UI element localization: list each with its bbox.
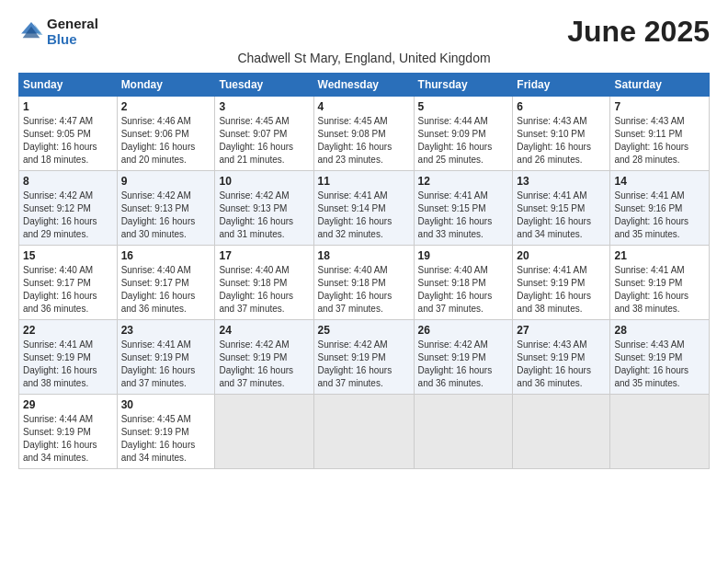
- calendar-cell: 9Sunrise: 4:42 AM Sunset: 9:13 PM Daylig…: [117, 171, 215, 246]
- day-info: Sunrise: 4:42 AM Sunset: 9:19 PM Dayligh…: [418, 339, 509, 390]
- calendar-cell: 28Sunrise: 4:43 AM Sunset: 9:19 PM Dayli…: [610, 320, 710, 395]
- calendar-cell: 26Sunrise: 4:42 AM Sunset: 9:19 PM Dayli…: [414, 320, 513, 395]
- day-info: Sunrise: 4:40 AM Sunset: 9:18 PM Dayligh…: [418, 264, 509, 316]
- dow-header: Tuesday: [215, 74, 313, 97]
- day-info: Sunrise: 4:41 AM Sunset: 9:15 PM Dayligh…: [418, 190, 509, 241]
- calendar-cell: 3Sunrise: 4:45 AM Sunset: 9:07 PM Daylig…: [215, 97, 313, 171]
- day-number: 9: [121, 175, 211, 188]
- calendar-cell: 20Sunrise: 4:41 AM Sunset: 9:19 PM Dayli…: [513, 246, 610, 320]
- day-number: 16: [121, 249, 211, 262]
- subtitle: Chadwell St Mary, England, United Kingdo…: [18, 51, 710, 65]
- logo: General Blue: [18, 17, 98, 47]
- day-number: 29: [23, 398, 113, 411]
- calendar-cell: 19Sunrise: 4:40 AM Sunset: 9:18 PM Dayli…: [414, 246, 513, 320]
- day-number: 30: [121, 398, 211, 411]
- day-info: Sunrise: 4:41 AM Sunset: 9:14 PM Dayligh…: [318, 190, 410, 241]
- day-info: Sunrise: 4:42 AM Sunset: 9:13 PM Dayligh…: [121, 190, 211, 241]
- day-number: 13: [517, 175, 606, 188]
- day-number: 23: [121, 324, 211, 337]
- day-number: 24: [219, 324, 309, 337]
- calendar-cell: 16Sunrise: 4:40 AM Sunset: 9:17 PM Dayli…: [117, 246, 215, 320]
- dow-header: Monday: [117, 74, 215, 97]
- day-info: Sunrise: 4:41 AM Sunset: 9:19 PM Dayligh…: [614, 264, 705, 316]
- day-info: Sunrise: 4:44 AM Sunset: 9:19 PM Dayligh…: [23, 413, 113, 465]
- calendar-cell: 10Sunrise: 4:42 AM Sunset: 9:13 PM Dayli…: [215, 171, 313, 246]
- calendar-cell: 15Sunrise: 4:40 AM Sunset: 9:17 PM Dayli…: [19, 246, 118, 320]
- dow-header: Sunday: [19, 74, 118, 97]
- calendar-cell: 21Sunrise: 4:41 AM Sunset: 9:19 PM Dayli…: [610, 246, 710, 320]
- day-info: Sunrise: 4:43 AM Sunset: 9:19 PM Dayligh…: [614, 339, 705, 390]
- day-number: 26: [418, 324, 509, 337]
- day-info: Sunrise: 4:40 AM Sunset: 9:18 PM Dayligh…: [318, 264, 410, 316]
- dow-header: Thursday: [414, 74, 513, 97]
- calendar-cell: 2Sunrise: 4:46 AM Sunset: 9:06 PM Daylig…: [117, 97, 215, 171]
- day-number: 1: [23, 100, 113, 113]
- calendar-cell: 5Sunrise: 4:44 AM Sunset: 9:09 PM Daylig…: [414, 97, 513, 171]
- day-info: Sunrise: 4:41 AM Sunset: 9:16 PM Dayligh…: [614, 190, 705, 241]
- calendar-cell: 8Sunrise: 4:42 AM Sunset: 9:12 PM Daylig…: [19, 171, 118, 246]
- day-info: Sunrise: 4:45 AM Sunset: 9:19 PM Dayligh…: [121, 413, 211, 465]
- day-number: 21: [614, 249, 705, 262]
- calendar-cell: 7Sunrise: 4:43 AM Sunset: 9:11 PM Daylig…: [610, 97, 710, 171]
- day-info: Sunrise: 4:43 AM Sunset: 9:19 PM Dayligh…: [517, 339, 606, 390]
- calendar-cell: 6Sunrise: 4:43 AM Sunset: 9:10 PM Daylig…: [513, 97, 610, 171]
- day-number: 15: [23, 249, 113, 262]
- day-info: Sunrise: 4:41 AM Sunset: 9:19 PM Dayligh…: [23, 339, 113, 390]
- calendar-cell: 12Sunrise: 4:41 AM Sunset: 9:15 PM Dayli…: [414, 171, 513, 246]
- calendar-cell: 17Sunrise: 4:40 AM Sunset: 9:18 PM Dayli…: [215, 246, 313, 320]
- day-info: Sunrise: 4:43 AM Sunset: 9:11 PM Dayligh…: [614, 115, 705, 167]
- logo-icon: [18, 19, 44, 45]
- day-info: Sunrise: 4:46 AM Sunset: 9:06 PM Dayligh…: [121, 115, 211, 167]
- day-info: Sunrise: 4:43 AM Sunset: 9:10 PM Dayligh…: [517, 115, 606, 167]
- calendar-cell: 14Sunrise: 4:41 AM Sunset: 9:16 PM Dayli…: [610, 171, 710, 246]
- calendar-cell: 23Sunrise: 4:41 AM Sunset: 9:19 PM Dayli…: [117, 320, 215, 395]
- day-info: Sunrise: 4:41 AM Sunset: 9:15 PM Dayligh…: [517, 190, 606, 241]
- calendar: SundayMondayTuesdayWednesdayThursdayFrid…: [18, 73, 710, 469]
- day-info: Sunrise: 4:41 AM Sunset: 9:19 PM Dayligh…: [517, 264, 606, 316]
- day-number: 27: [517, 324, 606, 337]
- day-number: 22: [23, 324, 113, 337]
- calendar-cell: 24Sunrise: 4:42 AM Sunset: 9:19 PM Dayli…: [215, 320, 313, 395]
- day-number: 6: [517, 100, 606, 113]
- calendar-cell: 1Sunrise: 4:47 AM Sunset: 9:05 PM Daylig…: [19, 97, 118, 171]
- day-number: 4: [318, 100, 410, 113]
- day-info: Sunrise: 4:44 AM Sunset: 9:09 PM Dayligh…: [418, 115, 509, 167]
- day-number: 20: [517, 249, 606, 262]
- day-info: Sunrise: 4:40 AM Sunset: 9:17 PM Dayligh…: [23, 264, 113, 316]
- day-info: Sunrise: 4:40 AM Sunset: 9:17 PM Dayligh…: [121, 264, 211, 316]
- calendar-cell: [414, 395, 513, 469]
- calendar-cell: 29Sunrise: 4:44 AM Sunset: 9:19 PM Dayli…: [19, 395, 118, 469]
- dow-header: Friday: [513, 74, 610, 97]
- day-info: Sunrise: 4:42 AM Sunset: 9:19 PM Dayligh…: [219, 339, 309, 390]
- calendar-cell: 11Sunrise: 4:41 AM Sunset: 9:14 PM Dayli…: [313, 171, 414, 246]
- logo-blue-text: Blue: [47, 32, 98, 48]
- calendar-cell: 18Sunrise: 4:40 AM Sunset: 9:18 PM Dayli…: [313, 246, 414, 320]
- day-number: 11: [318, 175, 410, 188]
- day-info: Sunrise: 4:42 AM Sunset: 9:13 PM Dayligh…: [219, 190, 309, 241]
- calendar-cell: 4Sunrise: 4:45 AM Sunset: 9:08 PM Daylig…: [313, 97, 414, 171]
- calendar-cell: [610, 395, 710, 469]
- day-number: 12: [418, 175, 509, 188]
- day-number: 28: [614, 324, 705, 337]
- day-info: Sunrise: 4:47 AM Sunset: 9:05 PM Dayligh…: [23, 115, 113, 167]
- calendar-cell: 27Sunrise: 4:43 AM Sunset: 9:19 PM Dayli…: [513, 320, 610, 395]
- dow-header: Wednesday: [313, 74, 414, 97]
- calendar-cell: 30Sunrise: 4:45 AM Sunset: 9:19 PM Dayli…: [117, 395, 215, 469]
- day-number: 19: [418, 249, 509, 262]
- day-number: 3: [219, 100, 309, 113]
- day-info: Sunrise: 4:45 AM Sunset: 9:08 PM Dayligh…: [318, 115, 410, 167]
- day-number: 7: [614, 100, 705, 113]
- day-info: Sunrise: 4:41 AM Sunset: 9:19 PM Dayligh…: [121, 339, 211, 390]
- day-info: Sunrise: 4:45 AM Sunset: 9:07 PM Dayligh…: [219, 115, 309, 167]
- day-info: Sunrise: 4:42 AM Sunset: 9:12 PM Dayligh…: [23, 190, 113, 241]
- day-number: 2: [121, 100, 211, 113]
- calendar-cell: [215, 395, 313, 469]
- day-number: 18: [318, 249, 410, 262]
- day-number: 8: [23, 175, 113, 188]
- calendar-cell: [513, 395, 610, 469]
- day-number: 25: [318, 324, 410, 337]
- dow-header: Saturday: [610, 74, 710, 97]
- day-info: Sunrise: 4:42 AM Sunset: 9:19 PM Dayligh…: [318, 339, 410, 390]
- month-title: June 2025: [567, 15, 710, 49]
- day-info: Sunrise: 4:40 AM Sunset: 9:18 PM Dayligh…: [219, 264, 309, 316]
